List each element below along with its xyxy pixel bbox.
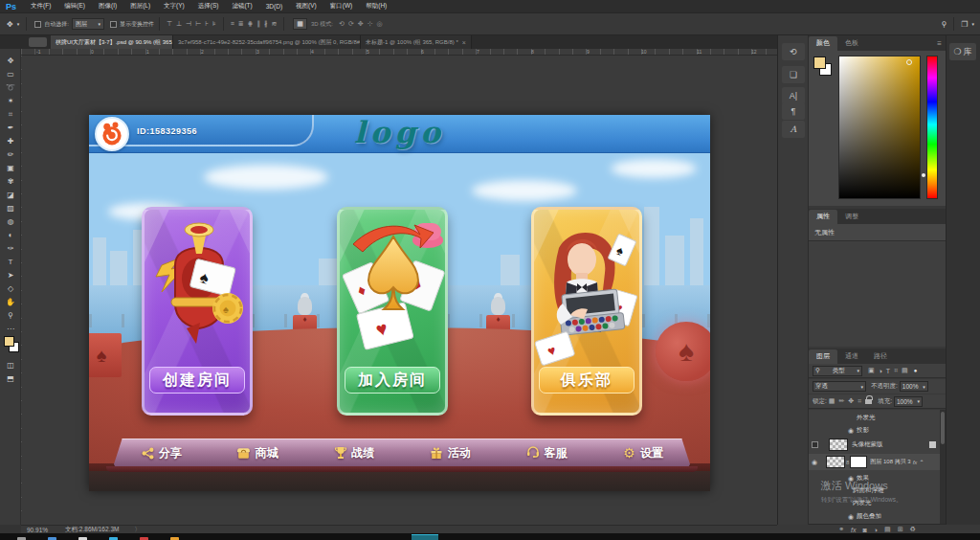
document-tab[interactable]: 未标题-1 @ 100% (组 365, RGB/8) * × [361,35,472,49]
collapse-effects-icon[interactable]: ⌃ [919,459,924,465]
align-right-icon[interactable]: ⊢ [195,20,201,28]
saturation-brightness-field[interactable] [838,56,921,199]
lock-transparency-icon[interactable]: ▦ [829,397,835,405]
libraries-panel-icon[interactable]: ❍ 库 [949,43,976,60]
layer-effect-row[interactable]: ◉ 投影 [809,424,938,437]
eye-icon[interactable]: ◉ [809,459,820,466]
distribute-right-icon[interactable]: ≋ [271,20,277,28]
tab-properties[interactable]: 属性 [809,210,837,224]
layer-mask-thumbnail[interactable] [850,456,867,468]
link-layers-icon[interactable]: ⚭ [838,526,844,533]
menu-select[interactable]: 选择(S) [191,2,226,11]
blur-tool[interactable]: ◍ [0,215,21,228]
history-panel-icon[interactable]: ⟲ [782,43,805,60]
show-transform-checkbox[interactable] [110,21,117,28]
foreground-color-swatch[interactable] [4,336,14,347]
chevron-down-icon[interactable]: ▾ [969,21,976,27]
gradient-tool[interactable]: ▨ [0,202,21,214]
tab-swatches[interactable]: 色板 [837,36,866,51]
menu-image[interactable]: 图像(I) [92,2,123,11]
join-room-card[interactable]: ♦ ♦ ♥ 加入房间 [337,207,448,416]
tab-paths[interactable]: 路径 [866,349,895,364]
magic-wand-tool[interactable]: ✶ [0,95,21,107]
3d-drag-icon[interactable]: ✥ [358,20,364,28]
distribute-middle-icon[interactable]: ≣ [238,20,244,28]
fx-badge[interactable]: fx [913,460,918,465]
align-top-icon[interactable]: ⊤ [167,20,172,28]
healing-brush-tool[interactable]: ✚ [0,135,21,147]
filter-smart-objects-icon[interactable]: ▤ [902,367,908,374]
filter-type-layers-icon[interactable]: T [886,368,890,374]
horizontal-ruler[interactable]: -1 0 1 2 3 4 5 6 7 8 9 10 11 12 [21,49,777,56]
menu-type[interactable]: 文字(Y) [157,2,191,11]
menu-help[interactable]: 帮助(H) [359,2,393,11]
brush-tool[interactable]: ✏ [0,148,21,161]
adjustment-layer-icon[interactable]: ◑ [874,527,878,533]
document-tab-active[interactable]: 棋牌UI大厅素材【3-7】.psd @ 90.9% (组 365, RGB/8)… [51,35,173,49]
opacity-dropdown[interactable]: 100% ▾ [900,381,928,392]
paragraph-panel-icon[interactable]: ¶ [782,102,805,120]
new-group-icon[interactable]: ▤ [884,526,891,533]
lock-artboard-icon[interactable]: ⌗ [858,397,861,405]
filter-pixel-layers-icon[interactable]: ▣ [868,367,875,374]
layer-style-icon[interactable]: fx [851,527,856,533]
layer-thumbnail[interactable] [826,456,845,468]
3d-scale-icon[interactable]: ◎ [377,20,383,28]
layer-filter-dropdown[interactable]: ⚲ 类型 ▾ [813,366,862,376]
menu-layer[interactable]: 图层(L) [123,2,157,11]
search-icon[interactable]: ⚲ [939,20,948,29]
edit-toolbar-icon[interactable]: ⋯ [0,323,21,335]
lasso-tool[interactable]: ➰ [0,81,21,94]
3d-roll-icon[interactable]: ⟳ [348,20,354,28]
tab-channels[interactable]: 通道 [837,349,866,364]
lock-all-icon[interactable] [865,399,872,404]
align-center-icon[interactable]: ⊦ [205,20,209,28]
tab-adjustments[interactable]: 调整 [837,210,866,224]
foreground-color-swatch[interactable] [813,56,826,69]
layer-effect-row[interactable]: 外发光 [809,412,938,424]
distribute-top-icon[interactable]: ≡ [231,20,234,28]
document-tab[interactable]: 3c7ef958-c71c-49e2-8252-35cdaff96754.png… [173,35,361,49]
history-brush-tool[interactable]: ✾ [0,175,21,188]
club-card[interactable]: ♠ ♥ [531,207,642,416]
auto-select-dropdown[interactable]: 图层 ▾ [72,18,104,30]
layer-row[interactable]: 头像框蒙版 [809,438,938,452]
path-select-tool[interactable]: ➤ [0,269,21,281]
menu-3d[interactable]: 3D(D) [259,3,289,10]
nav-support[interactable]: 客服 [525,445,567,461]
hue-slider[interactable] [926,56,938,199]
blend-mode-dropdown[interactable]: 穿透 ▾ [813,381,866,392]
tab-bar-button[interactable] [29,37,47,47]
panel-menu-icon[interactable]: ≡ [937,39,942,48]
layer-effect-row[interactable]: ◉ 颜色叠加 [809,510,938,523]
clone-source-panel-icon[interactable]: ❏ [782,66,805,83]
layer-effect-row[interactable]: 斜面和浮雕 [809,484,938,497]
delete-layer-icon[interactable]: ♻ [910,526,916,533]
nav-records[interactable]: 战绩 [333,445,374,461]
distribute-left-icon[interactable]: ∥ [256,20,260,28]
menu-view[interactable]: 视图(V) [289,2,323,11]
lock-pixels-icon[interactable]: ✏ [838,397,844,405]
glyphs-panel-icon[interactable]: A [782,121,805,138]
new-layer-icon[interactable]: ⊞ [898,526,903,533]
hand-tool[interactable]: ✋ [0,296,21,308]
dodge-tool[interactable]: ◐ [0,229,21,241]
crop-tool[interactable]: ⌗ [0,108,21,121]
create-room-card[interactable]: ♠ ♠ 创建房间 [142,207,253,416]
screen-mode-button[interactable]: ⬒ [0,372,21,385]
distribute-spacing-button[interactable]: ▦ [293,18,307,30]
taskbar-active-app[interactable] [412,534,438,540]
avatar[interactable] [95,117,129,151]
quick-mask-button[interactable]: ◫ [0,359,21,371]
menu-filter[interactable]: 滤镜(T) [225,2,258,11]
tool-preset-arrow-icon[interactable]: ▾ [15,21,22,27]
eye-icon[interactable]: ◉ [845,475,857,483]
distribute-bottom-icon[interactable]: ⋕ [248,20,254,28]
3d-rotate-icon[interactable]: ⟲ [339,20,345,28]
filter-adjustment-layers-icon[interactable]: ◑ [879,368,882,374]
3d-slide-icon[interactable]: ⊹ [368,20,373,28]
tab-layers[interactable]: 图层 [809,349,837,364]
tab-color[interactable]: 颜色 [809,36,837,51]
type-tool[interactable]: T [0,256,21,268]
pen-tool[interactable]: ✑ [0,242,21,255]
